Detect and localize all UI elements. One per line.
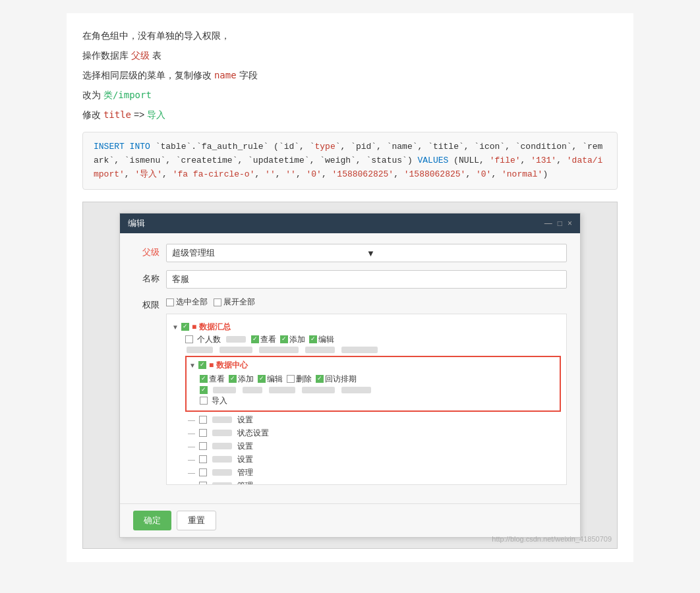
tree-root-header: ▼ ■ 数据汇总 xyxy=(172,322,561,333)
text-line-4: 改为 类/import xyxy=(82,86,618,104)
dc-edit-cb xyxy=(258,375,266,383)
maximize-icon[interactable]: □ xyxy=(558,219,562,228)
confirm-button[interactable]: 确定 xyxy=(133,511,171,530)
line5-prefix: 修改 xyxy=(82,109,103,120)
text-line-3: 选择相同层级的菜单，复制修改 name 字段 xyxy=(82,66,618,84)
text-line-1: 在角色组中，没有单独的导入权限， xyxy=(82,26,618,45)
dc-delete[interactable]: 删除 xyxy=(287,374,312,385)
li6-label: 管理 xyxy=(237,480,253,485)
dc-delete-cb xyxy=(287,375,295,383)
dc-blur3 xyxy=(269,387,295,393)
tree-root-node: ▼ ■ 数据汇总 个人数 xyxy=(172,322,561,485)
name-input[interactable]: 客服 xyxy=(166,270,567,289)
dc-visit[interactable]: 回访排期 xyxy=(316,374,357,385)
close-icon[interactable]: × xyxy=(568,219,572,228)
personal-label: 个人数 xyxy=(197,334,221,345)
parent-control[interactable]: 超级管理组 ▼ xyxy=(166,244,567,262)
code-block: INSERT INTO `table`.`fa_auth_rule` (`id`… xyxy=(82,132,618,190)
perm-edit-cb-icon xyxy=(309,335,317,343)
list-item-6: — 管理 xyxy=(185,480,561,485)
dc-add-label: 添加 xyxy=(238,374,254,385)
dc-edit[interactable]: 编辑 xyxy=(258,374,283,385)
li2-cb[interactable] xyxy=(199,429,207,437)
name-field-row: 名称 客服 xyxy=(133,270,567,289)
line2-suffix: 表 xyxy=(152,50,161,61)
li3-cb[interactable] xyxy=(199,442,207,450)
personal-blur1 xyxy=(226,336,246,343)
text-line-5: 修改 title => 导入 xyxy=(82,105,618,124)
perm-label: 权限 xyxy=(133,296,166,311)
perm-edit-personal[interactable]: 编辑 xyxy=(309,334,334,345)
tree-toggle-root[interactable]: ▼ xyxy=(172,324,179,331)
line5-arrow: => xyxy=(134,109,147,120)
dropdown-arrow-icon: ▼ xyxy=(366,248,561,258)
dc-view-label: 查看 xyxy=(209,374,225,385)
reset-button[interactable]: 重置 xyxy=(177,511,216,530)
personal-data-row: 个人数 查看 添加 xyxy=(185,334,561,345)
dc-visit-label: 回访排期 xyxy=(325,374,357,385)
minimize-icon[interactable]: — xyxy=(544,219,552,228)
li6-cb[interactable] xyxy=(199,482,207,485)
dc-add-cb xyxy=(229,375,237,383)
perm-header: 选中全部 展开全部 xyxy=(166,296,567,308)
dc-delete-label: 删除 xyxy=(296,374,312,385)
li1-label: 设置 xyxy=(237,414,253,426)
root-cb-icon[interactable] xyxy=(181,323,189,331)
dialog-title: 编辑 xyxy=(128,217,145,229)
li1-cb[interactable] xyxy=(199,416,207,424)
li2-label: 状态设置 xyxy=(237,428,269,439)
dc-import-label: 导入 xyxy=(212,395,227,407)
dialog-window: 编辑 — □ × 父级 超级管理组 ▼ xyxy=(119,213,581,538)
blur-1b xyxy=(219,347,252,353)
dc-view[interactable]: 查看 xyxy=(200,374,225,385)
blur-1d xyxy=(305,347,335,353)
name-control: 客服 xyxy=(166,270,567,289)
select-all-checkbox[interactable]: 选中全部 xyxy=(166,296,208,308)
root-label: ■ 数据汇总 xyxy=(192,322,231,333)
blur-1c xyxy=(259,347,299,353)
personal-cb[interactable] xyxy=(185,335,193,343)
line1-text: 在角色组中，没有单独的导入权限， xyxy=(82,30,230,41)
dialog-title-controls: — □ × xyxy=(544,219,572,228)
perm-view-cb-icon xyxy=(251,335,259,343)
dash4: — xyxy=(188,455,195,463)
dc-sub-cb[interactable] xyxy=(200,386,208,394)
expand-all-checkbox[interactable]: 展开全部 xyxy=(214,296,255,308)
dc-import-row: 导入 xyxy=(189,395,557,407)
perm-edit-label: 编辑 xyxy=(318,334,334,345)
code-kw1: INSERT INTO xyxy=(94,142,150,152)
perm-add-personal[interactable]: 添加 xyxy=(280,334,305,345)
line2-code: 父级 xyxy=(131,50,150,61)
perm-add-cb-icon xyxy=(280,335,288,343)
perm-view-personal[interactable]: 查看 xyxy=(251,334,276,345)
line5-green: 导入 xyxy=(147,109,165,120)
watermark: http://blog.csdn.net/weixin_41850709 xyxy=(492,535,612,543)
dialog-titlebar: 编辑 — □ × xyxy=(120,213,580,233)
parent-value: 超级管理组 xyxy=(172,247,366,259)
li4-cb[interactable] xyxy=(199,455,207,463)
parent-select[interactable]: 超级管理组 ▼ xyxy=(166,244,567,262)
parent-label: 父级 xyxy=(133,244,166,258)
dc-header: ▼ ■ 数据中心 xyxy=(189,360,557,371)
dash1: — xyxy=(188,416,195,424)
line3-text: 选择相同层级的菜单，复制修改 xyxy=(82,70,214,80)
dash6: — xyxy=(188,482,195,485)
li4-label: 设置 xyxy=(237,454,253,465)
li5-label: 管理 xyxy=(237,467,253,478)
perm-field-row: 权限 选中全部 展开全部 xyxy=(133,296,567,485)
dash5: — xyxy=(188,468,195,476)
li1-blur xyxy=(212,416,232,423)
datacenter-highlighted: ▼ ■ 数据中心 查看 xyxy=(185,356,561,412)
dash2: — xyxy=(188,429,195,437)
li5-cb[interactable] xyxy=(199,468,207,476)
dc-toggle[interactable]: ▼ xyxy=(189,362,196,369)
line4-green: 类/import xyxy=(103,90,152,100)
dc-import-cb[interactable] xyxy=(200,397,208,405)
dc-add[interactable]: 添加 xyxy=(229,374,254,385)
line4-prefix: 改为 xyxy=(82,90,103,100)
code-kw2: VALUES xyxy=(418,155,449,165)
line3-highlight: name xyxy=(214,70,237,80)
blur-1e xyxy=(341,347,378,353)
dc-perm-row: 查看 添加 编辑 xyxy=(189,374,557,385)
dc-cb[interactable] xyxy=(198,361,206,369)
